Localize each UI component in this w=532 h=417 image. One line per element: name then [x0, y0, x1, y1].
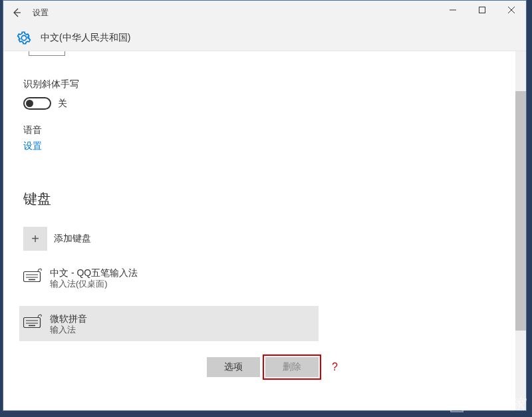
close-icon [508, 7, 515, 13]
handwriting-toggle[interactable] [23, 97, 51, 110]
close-button[interactable] [497, 1, 526, 19]
handwriting-label: 识别斜体手写 [23, 78, 506, 90]
ime-sub: 输入法 [50, 325, 87, 336]
ime-text: 中文 - QQ五笔输入法 输入法(仅桌面) [50, 267, 138, 290]
minimize-icon [450, 7, 456, 13]
plus-icon: + [31, 231, 39, 247]
content-area: 识别斜体手写 关 语音 设置 键盘 + 添加键盘 中文 [3, 51, 526, 410]
add-button[interactable]: + [23, 227, 47, 251]
settings-window: 设置 中文(中华人民共和国) 识别斜体手写 [3, 0, 527, 411]
ime-sub: 输入法(仅桌面) [50, 279, 138, 290]
toggle-knob [26, 100, 33, 107]
ime-text: 微软拼音 输入法 [50, 313, 87, 336]
maximize-icon [479, 7, 485, 13]
annotation-question-mark: ? [332, 361, 338, 373]
remove-button[interactable]: 删除 [265, 357, 319, 377]
action-row: 选项 删除 ? [207, 357, 506, 377]
add-keyboard-label: 添加键盘 [54, 233, 91, 245]
options-button[interactable]: 选项 [207, 357, 260, 377]
voice-label: 语音 [23, 124, 506, 136]
handwriting-toggle-row: 关 [23, 97, 506, 110]
window-controls [438, 1, 526, 19]
gear-icon [17, 31, 31, 45]
back-arrow-icon [11, 7, 22, 18]
ime-row-qq[interactable]: 中文 - QQ五笔输入法 输入法(仅桌面) [23, 263, 506, 294]
back-button[interactable] [3, 1, 30, 25]
voice-settings-link[interactable]: 设置 [23, 140, 42, 152]
ime-name: 中文 - QQ五笔输入法 [50, 267, 138, 279]
maximize-button[interactable] [467, 1, 497, 19]
window-title: 设置 [33, 7, 49, 19]
toggle-state-label: 关 [58, 98, 67, 110]
svg-point-13 [446, 403, 448, 406]
minimize-button[interactable] [438, 1, 467, 19]
ime-row-mspinyin[interactable]: 微软拼音 输入法 [19, 306, 319, 341]
titlebar-top: 设置 [3, 1, 526, 25]
watermark-text: 系统之家 [472, 395, 525, 413]
watermark: 系统之家 [446, 395, 525, 413]
page-subtitle: 中文(中华人民共和国) [41, 32, 130, 44]
scrollbar[interactable] [515, 51, 526, 410]
titlebar-sub: 中文(中华人民共和国) [3, 25, 526, 51]
add-keyboard-row[interactable]: + 添加键盘 [23, 227, 506, 251]
scroll-thumb[interactable] [515, 91, 526, 331]
truncated-element [29, 51, 65, 56]
ime-name: 微软拼音 [50, 313, 87, 325]
keyboard-icon [23, 314, 42, 329]
keyboard-icon [23, 268, 42, 283]
watermark-logo-icon [446, 396, 468, 413]
keyboard-heading: 键盘 [23, 190, 506, 208]
titlebar: 设置 中文(中华人民共和国) [3, 1, 526, 51]
svg-rect-2 [479, 7, 485, 13]
